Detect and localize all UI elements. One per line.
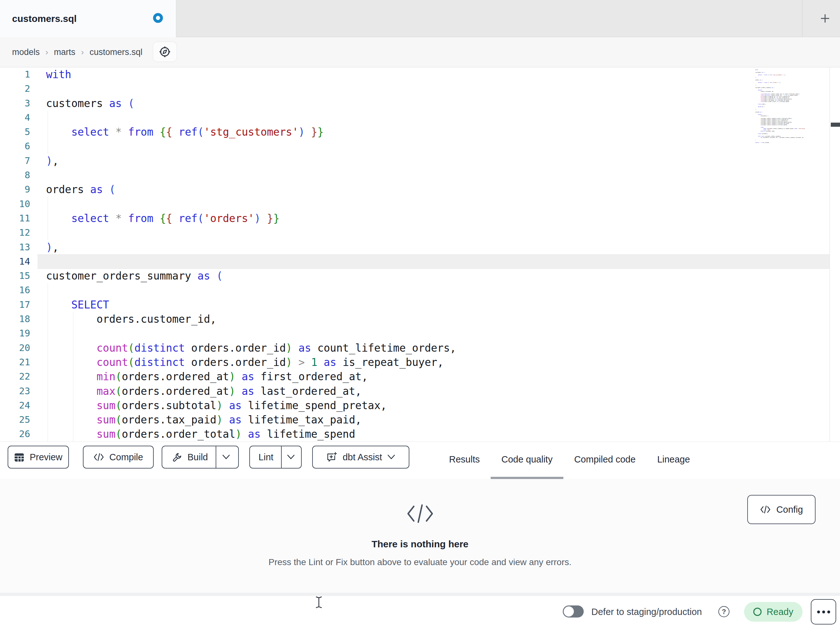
status-ring-icon	[753, 607, 761, 616]
code-lines: withcustomers as ( select * from {{ ref(…	[46, 67, 456, 441]
plus-icon	[819, 13, 831, 24]
help-icon[interactable]: ?	[718, 606, 729, 617]
empty-state-description: Press the Lint or Fix button above to ev…	[0, 557, 840, 567]
build-dropdown-button[interactable]	[216, 446, 236, 468]
line-number: 4	[0, 111, 30, 125]
file-tab-title: customers.sql	[12, 0, 77, 37]
more-menu-button[interactable]	[811, 599, 836, 625]
breadcrumb-item-file[interactable]: customers.sql	[90, 47, 142, 57]
breadcrumb-separator: ›	[81, 47, 84, 57]
defer-toggle[interactable]	[563, 606, 584, 617]
lint-split-button: Lint	[249, 446, 302, 468]
wrench-icon	[172, 452, 182, 462]
tab-bar: customers.sql	[0, 0, 840, 37]
scrollbar-marker	[831, 123, 840, 127]
line-number: 9	[0, 182, 30, 197]
line-number: 21	[0, 355, 30, 369]
panel-tabs: Results Code quality Compiled code Linea…	[438, 442, 701, 479]
line-number: 1	[0, 67, 30, 82]
line-number: 15	[0, 269, 30, 283]
new-tab-button[interactable]	[813, 6, 837, 30]
code-line	[46, 139, 456, 153]
chevron-down-icon	[387, 454, 395, 460]
defer-toggle-label: Defer to staging/production	[591, 596, 702, 628]
code-line: count(distinct orders.order_id) > 1 as i…	[46, 355, 456, 369]
code-line: select * from {{ ref('stg_customers') }}	[46, 125, 456, 139]
code-editor[interactable]: 1234567891011121314151617181920212223242…	[0, 67, 840, 441]
code-icon	[760, 505, 771, 514]
pane-divider	[0, 593, 840, 596]
gutter: 1234567891011121314151617181920212223242…	[0, 67, 30, 441]
tab-lineage[interactable]: Lineage	[646, 442, 701, 479]
minimap-line: select * from joined	[755, 142, 827, 143]
code-line	[46, 226, 456, 240]
lint-dropdown-button[interactable]	[282, 446, 300, 468]
code-line	[46, 82, 456, 96]
code-line	[46, 283, 456, 297]
compile-button[interactable]: Compile	[83, 446, 154, 468]
lint-button-label: Lint	[259, 452, 273, 462]
line-number: 25	[0, 413, 30, 427]
line-number: 11	[0, 211, 30, 226]
line-number: 18	[0, 312, 30, 326]
line-number: 24	[0, 398, 30, 413]
line-number: 14	[0, 255, 30, 269]
compile-button-label: Compile	[109, 452, 143, 462]
tab-divider	[802, 0, 802, 37]
tab-results[interactable]: Results	[438, 442, 491, 479]
line-number: 13	[0, 240, 30, 255]
file-tab[interactable]: customers.sql	[0, 0, 176, 37]
scrollbar-track[interactable]	[829, 67, 830, 441]
action-toolbar: Preview Compile Build Lint	[0, 441, 840, 479]
lint-button[interactable]: Lint	[251, 446, 281, 468]
line-number: 7	[0, 154, 30, 168]
code-line: with	[46, 67, 456, 82]
code-icon	[93, 452, 104, 462]
line-number: 19	[0, 326, 30, 340]
breadcrumb: models › marts › customers.sql	[12, 37, 142, 67]
code-line: select * from {{ ref('orders') }}	[46, 211, 456, 226]
empty-state: There is nothing here Press the Lint or …	[0, 479, 840, 567]
code-line: customer_orders_summary as (	[46, 269, 456, 283]
breadcrumb-separator: ›	[46, 47, 48, 57]
build-button-label: Build	[187, 452, 208, 462]
code-line: ),	[46, 240, 456, 255]
ide-window: customers.sql models › marts › customers…	[0, 0, 840, 628]
code-line: sum(orders.tax_paid) as lifetime_tax_pai…	[46, 413, 456, 427]
assist-icon	[326, 451, 338, 463]
compass-icon	[158, 46, 171, 58]
preview-button[interactable]: Preview	[8, 446, 69, 468]
code-line	[46, 111, 456, 125]
text-cursor-icon	[315, 596, 322, 610]
breadcrumb-row: models › marts › customers.sql Save	[0, 37, 840, 67]
code-line: SELECT	[46, 297, 456, 312]
tab-compiled-code[interactable]: Compiled code	[564, 442, 646, 479]
preview-button-label: Preview	[30, 452, 62, 462]
table-icon	[14, 452, 24, 462]
build-split-button: Build	[162, 446, 239, 468]
line-number: 12	[0, 226, 30, 240]
status-badge[interactable]: Ready	[744, 602, 802, 622]
tab-code-quality[interactable]: Code quality	[491, 442, 564, 479]
line-number: 16	[0, 283, 30, 297]
line-number: 10	[0, 197, 30, 211]
empty-state-title: There is nothing here	[0, 539, 840, 549]
config-button-label: Config	[777, 505, 803, 515]
line-number: 22	[0, 369, 30, 384]
config-button[interactable]: Config	[747, 495, 816, 524]
breadcrumb-item-marts[interactable]: marts	[54, 47, 76, 57]
code-line: ),	[46, 154, 456, 168]
line-number: 23	[0, 384, 30, 398]
status-badge-label: Ready	[767, 607, 793, 617]
line-number: 6	[0, 139, 30, 153]
code-line: count(distinct orders.order_id) as count…	[46, 341, 456, 355]
breadcrumb-item-models[interactable]: models	[12, 47, 40, 57]
unsaved-indicator-icon	[153, 13, 163, 23]
minimap[interactable]: withcustomers as ( select * from {{ ref(…	[755, 69, 827, 440]
line-number: 26	[0, 427, 30, 441]
dbt-assist-button[interactable]: dbt Assist	[312, 446, 409, 468]
build-button[interactable]: Build	[164, 446, 216, 468]
open-lineage-button[interactable]	[153, 42, 177, 62]
code-line	[46, 326, 456, 340]
code-line	[46, 255, 456, 269]
